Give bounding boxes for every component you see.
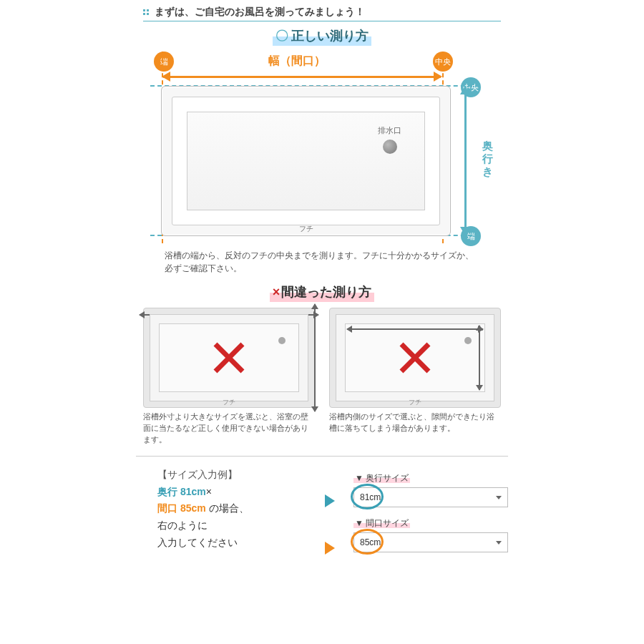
x-icon xyxy=(144,308,314,407)
x-mark-icon: × xyxy=(273,285,280,299)
triangle-right-orange-icon xyxy=(325,542,335,555)
circle-mark-icon: 〇 xyxy=(275,29,288,43)
tub-rim: 排水口 xyxy=(172,97,440,225)
wrong-row: フチ 浴槽外寸より大きなサイズを選ぶと、浴室の壁面に当たるなど正しく使用できない… xyxy=(0,308,644,446)
divider xyxy=(136,456,508,457)
wrong-unit-1: フチ 浴槽外寸より大きなサイズを選ぶと、浴室の壁面に当たるなど正しく使用できない… xyxy=(143,308,315,446)
width-select-label: ▼ 間口サイズ xyxy=(353,517,508,530)
correct-note: 浴槽の端から、反対のフチの中央までを測ります。フチに十分かかるサイズか、必ずご確… xyxy=(165,249,479,275)
depth-label: 奥行き xyxy=(478,105,497,213)
rim-label: フチ xyxy=(162,224,450,234)
wrong-title: ×間違った測り方 xyxy=(0,282,644,302)
size-example-text: 【サイズ入力例】 奥行 81cm× 間口 85cm の場合、 右のように 入力し… xyxy=(157,467,315,562)
size-example-heading: 【サイズ入力例】 xyxy=(157,467,315,484)
wrong-diagram-1: フチ xyxy=(143,308,315,408)
drain-label: 排水口 xyxy=(378,125,401,136)
triangle-right-teal-icon xyxy=(325,494,335,507)
drain-icon xyxy=(383,140,397,154)
depth-select[interactable]: 81cm xyxy=(353,487,508,507)
correct-title-text: 正しい測り方 xyxy=(291,29,369,43)
dots-icon xyxy=(143,9,149,15)
correct-title: 〇正しい測り方 xyxy=(0,26,644,46)
depth-arrow xyxy=(460,87,470,234)
wrong-unit-2: フチ 浴槽内側のサイズで選ぶと、隙間ができたり浴槽に落ちてしまう場合があります。 xyxy=(329,308,501,446)
tub-outer: 排水口 フチ xyxy=(161,86,451,236)
wrong-note-1: 浴槽外寸より大きなサイズを選ぶと、浴室の壁面に当たるなど正しく使用できない場合が… xyxy=(143,411,315,446)
tub-inner: 排水口 xyxy=(187,112,425,210)
wrong-note-2: 浴槽内側のサイズで選ぶと、隙間ができたり浴槽に落ちてしまう場合があります。 xyxy=(329,411,501,434)
width-label: 幅（間口） xyxy=(150,54,444,69)
header-bar: まずは、ご自宅のお風呂を測ってみましょう！ xyxy=(143,6,501,21)
wrong-diagram-2: フチ xyxy=(329,308,501,408)
size-select-area: ▼ 奥行サイズ 81cm ▼ 間口サイズ 85cm xyxy=(353,467,508,562)
width-arrow xyxy=(163,72,441,82)
wrong-title-text: 間違った測り方 xyxy=(281,285,371,299)
size-example: 【サイズ入力例】 奥行 81cm× 間口 85cm の場合、 右のように 入力し… xyxy=(0,467,644,562)
x-icon xyxy=(330,308,500,407)
pointer-arrows xyxy=(325,467,343,562)
correct-diagram: 端 中央 中央 端 幅（間口） 奥行き 排水口 フチ xyxy=(150,52,494,245)
header-text: まずは、ご自宅のお風呂を測ってみましょう！ xyxy=(155,6,365,19)
width-select[interactable]: 85cm xyxy=(353,532,508,552)
depth-select-label: ▼ 奥行サイズ xyxy=(353,472,508,484)
